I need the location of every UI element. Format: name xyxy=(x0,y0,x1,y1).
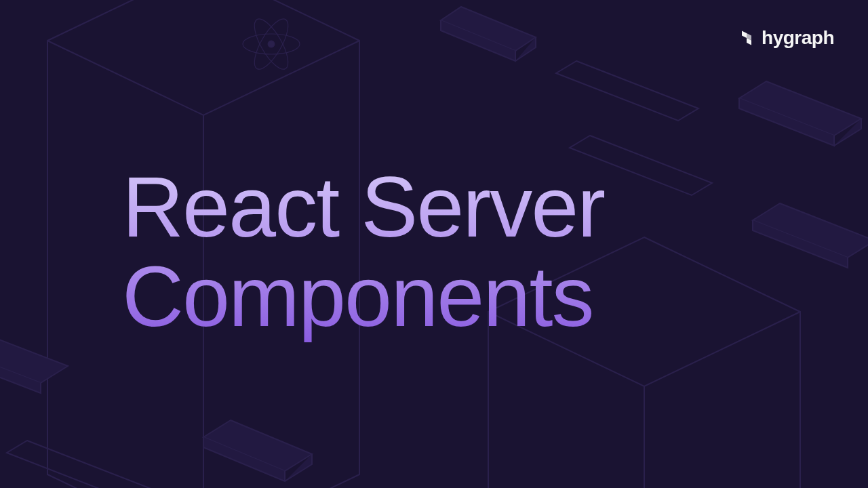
brand-name: hygraph xyxy=(762,27,834,49)
svg-point-3 xyxy=(268,41,275,47)
hygraph-logo-icon xyxy=(737,28,756,47)
hero-line-2: Components xyxy=(122,249,593,344)
hero-line-1: React Server xyxy=(122,159,604,255)
hero-title: React Server Components xyxy=(122,163,604,342)
brand-logo: hygraph xyxy=(737,27,834,49)
